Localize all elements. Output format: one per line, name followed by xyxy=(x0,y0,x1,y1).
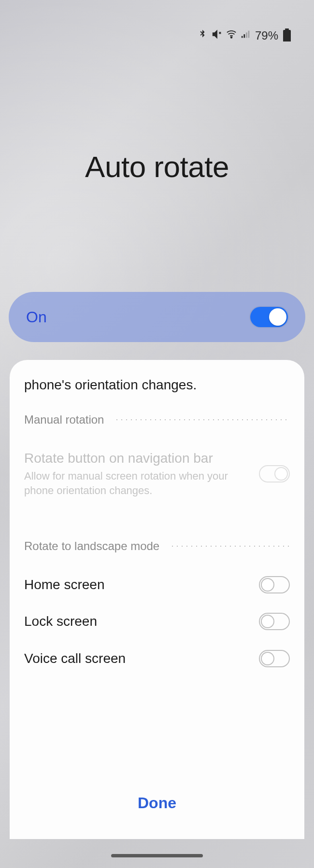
setting-title: Lock screen xyxy=(24,613,249,630)
battery-percent: 79% xyxy=(255,29,278,42)
setting-text: Home screen xyxy=(24,576,249,593)
svg-rect-2 xyxy=(243,34,245,38)
setting-desc: Allow for manual screen rotation when yo… xyxy=(24,469,249,497)
section-header-landscape: Rotate to landscape mode xyxy=(24,539,290,553)
setting-text: Voice call screen xyxy=(24,650,249,667)
toggle-home-screen[interactable] xyxy=(259,576,290,593)
setting-rotate-nav-button: Rotate button on navigation bar Allow fo… xyxy=(24,440,290,508)
status-bar: 79% xyxy=(197,29,291,42)
section-label: Rotate to landscape mode xyxy=(24,539,159,553)
section-label: Manual rotation xyxy=(24,413,104,427)
bluetooth-icon xyxy=(197,29,208,42)
setting-title: Home screen xyxy=(24,576,249,593)
dotted-divider xyxy=(170,546,290,547)
page-title: Auto rotate xyxy=(0,150,314,184)
settings-panel: phone's orientation changes. Manual rota… xyxy=(10,360,304,839)
intro-text: phone's orientation changes. xyxy=(24,377,290,393)
done-button[interactable]: Done xyxy=(10,794,304,812)
svg-rect-1 xyxy=(242,36,243,38)
main-toggle-row[interactable]: On xyxy=(9,292,305,342)
dotted-divider xyxy=(114,419,290,420)
setting-text: Lock screen xyxy=(24,613,249,630)
toggle-voice-call-screen[interactable] xyxy=(259,650,290,667)
mute-icon xyxy=(212,29,222,42)
section-header-manual: Manual rotation xyxy=(24,413,290,427)
battery-icon xyxy=(283,30,291,41)
setting-home-screen[interactable]: Home screen xyxy=(24,566,290,603)
wifi-icon xyxy=(226,29,237,42)
svg-rect-4 xyxy=(248,31,250,38)
toggle-lock-screen[interactable] xyxy=(259,613,290,630)
setting-title: Voice call screen xyxy=(24,650,249,667)
setting-title: Rotate button on navigation bar xyxy=(24,450,249,467)
setting-voice-call-screen[interactable]: Voice call screen xyxy=(24,640,290,677)
signal-icon xyxy=(241,29,251,42)
svg-point-0 xyxy=(231,37,232,38)
navigation-handle[interactable] xyxy=(111,854,203,857)
svg-rect-3 xyxy=(246,32,247,38)
main-toggle-switch[interactable] xyxy=(250,307,288,327)
main-toggle-label: On xyxy=(26,308,47,326)
setting-lock-screen[interactable]: Lock screen xyxy=(24,603,290,640)
toggle-rotate-nav-button xyxy=(259,465,290,482)
setting-text: Rotate button on navigation bar Allow fo… xyxy=(24,450,249,498)
